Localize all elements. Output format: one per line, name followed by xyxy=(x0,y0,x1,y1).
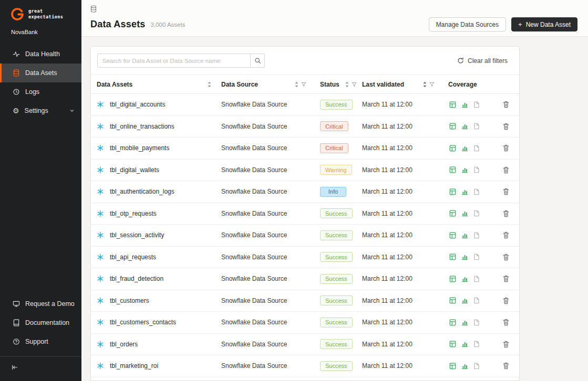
database-breadcrumb-icon[interactable] xyxy=(90,5,97,13)
chart-coverage-icon[interactable] xyxy=(461,188,468,195)
asset-name-link[interactable]: tbl_marketing_roi xyxy=(110,362,158,369)
asset-name-link[interactable]: tbl_digital_wallets xyxy=(110,166,159,174)
table-coverage-icon[interactable] xyxy=(449,297,456,304)
asset-name-link[interactable]: tbl_otp_requests xyxy=(110,210,157,217)
doc-coverage-icon[interactable] xyxy=(473,232,480,239)
chart-coverage-icon[interactable] xyxy=(461,166,468,173)
table-row[interactable]: tbl_digital_accounts Snowflake Data Sour… xyxy=(91,94,519,116)
trash-icon[interactable] xyxy=(503,253,509,261)
filter-icon[interactable] xyxy=(429,82,435,87)
chart-coverage-icon[interactable] xyxy=(461,297,468,304)
asset-name-link[interactable]: tbl_mobile_payments xyxy=(110,144,169,152)
asset-name-link[interactable]: tbl_customers xyxy=(110,297,149,304)
doc-coverage-icon[interactable] xyxy=(473,363,480,369)
chart-coverage-icon[interactable] xyxy=(461,276,468,282)
table-row[interactable]: tbl_marketing_roi Snowflake Data Source … xyxy=(91,355,519,377)
doc-coverage-icon[interactable] xyxy=(473,276,480,282)
chart-coverage-icon[interactable] xyxy=(461,101,468,108)
doc-coverage-icon[interactable] xyxy=(473,297,480,304)
trash-icon[interactable] xyxy=(503,341,509,348)
sidebar-item-documentation[interactable]: Documentation xyxy=(0,313,81,332)
manage-data-sources-button[interactable]: Manage Data Sources xyxy=(429,17,506,31)
sidebar-item-data-assets[interactable]: Data Asets xyxy=(0,64,81,82)
sidebar-item-logs[interactable]: Logs xyxy=(0,82,81,101)
table-row[interactable]: tbl_digital_wallets Snowflake Data Sourc… xyxy=(91,160,519,182)
table-coverage-icon[interactable] xyxy=(449,319,456,326)
search-button[interactable] xyxy=(251,54,265,68)
trash-icon[interactable] xyxy=(503,166,509,174)
doc-coverage-icon[interactable] xyxy=(473,166,480,173)
chart-coverage-icon[interactable] xyxy=(461,210,468,217)
doc-coverage-icon[interactable] xyxy=(473,341,480,347)
table-coverage-icon[interactable] xyxy=(449,101,456,108)
trash-icon[interactable] xyxy=(503,231,509,239)
column-header-data-source[interactable]: Data Source xyxy=(221,81,316,88)
table-coverage-icon[interactable] xyxy=(449,188,456,195)
table-row[interactable]: tbl_api_requests Snowflake Data Source S… xyxy=(91,247,519,269)
chart-coverage-icon[interactable] xyxy=(461,253,468,260)
sort-icon[interactable] xyxy=(207,81,212,88)
chart-coverage-icon[interactable] xyxy=(461,319,468,326)
sort-icon[interactable] xyxy=(294,81,299,88)
doc-coverage-icon[interactable] xyxy=(473,123,480,130)
clear-all-filters-button[interactable]: Clear all filters xyxy=(457,57,508,65)
table-coverage-icon[interactable] xyxy=(449,276,456,282)
table-coverage-icon[interactable] xyxy=(449,145,456,152)
table-row[interactable]: tbl_orders Snowflake Data Source Success… xyxy=(91,334,519,356)
trash-icon[interactable] xyxy=(503,362,509,369)
table-coverage-icon[interactable] xyxy=(449,166,456,173)
asset-name-link[interactable]: tbl_online_transactions xyxy=(110,123,174,130)
asset-name-link[interactable]: tbl_fraud_detection xyxy=(110,275,163,282)
doc-coverage-icon[interactable] xyxy=(473,145,480,152)
trash-icon[interactable] xyxy=(503,210,509,217)
trash-icon[interactable] xyxy=(503,123,509,130)
table-row[interactable]: tbl_session_activity Snowflake Data Sour… xyxy=(91,225,519,247)
trash-icon[interactable] xyxy=(503,275,509,282)
table-coverage-icon[interactable] xyxy=(449,210,456,217)
sidebar-item-settings[interactable]: ⚙ Settings xyxy=(0,101,81,120)
table-row[interactable]: tbl_mobile_payments Snowflake Data Sourc… xyxy=(91,137,519,160)
trash-icon[interactable] xyxy=(503,319,509,326)
doc-coverage-icon[interactable] xyxy=(473,210,480,217)
table-row[interactable]: tbl_customers_contacts Snowflake Data So… xyxy=(91,312,519,334)
chart-coverage-icon[interactable] xyxy=(461,123,468,130)
asset-name-link[interactable]: tbl_authentication_logs xyxy=(110,188,174,195)
table-row[interactable]: tbl_online_transactions Snowflake Data S… xyxy=(91,116,519,138)
search-input[interactable] xyxy=(97,54,251,68)
table-coverage-icon[interactable] xyxy=(449,341,456,347)
sort-icon[interactable] xyxy=(345,81,349,88)
asset-name-link[interactable]: tbl_digital_accounts xyxy=(110,101,165,108)
trash-icon[interactable] xyxy=(503,144,509,152)
sidebar-item-request-demo[interactable]: Request a Demo xyxy=(0,294,81,313)
table-coverage-icon[interactable] xyxy=(449,363,456,369)
asset-name-link[interactable]: tbl_session_activity xyxy=(110,231,164,239)
column-header-data-assets[interactable]: Data Assets xyxy=(91,81,221,88)
chart-coverage-icon[interactable] xyxy=(461,363,468,369)
sort-icon[interactable] xyxy=(422,81,427,88)
trash-icon[interactable] xyxy=(503,188,509,195)
table-coverage-icon[interactable] xyxy=(449,232,456,239)
table-coverage-icon[interactable] xyxy=(449,123,456,130)
new-data-asset-button[interactable]: + New Data Asset xyxy=(511,17,577,31)
table-row[interactable]: tbl_authentication_logs Snowflake Data S… xyxy=(91,181,519,203)
doc-coverage-icon[interactable] xyxy=(473,188,480,195)
asset-name-link[interactable]: tbl_orders xyxy=(110,341,138,348)
chart-coverage-icon[interactable] xyxy=(461,341,468,347)
chart-coverage-icon[interactable] xyxy=(461,145,468,152)
table-row[interactable]: tbl_fraud_detection Snowflake Data Sourc… xyxy=(91,268,519,290)
doc-coverage-icon[interactable] xyxy=(473,253,480,260)
chart-coverage-icon[interactable] xyxy=(461,232,468,239)
column-header-last-validated[interactable]: Last validated xyxy=(362,81,444,88)
doc-coverage-icon[interactable] xyxy=(473,101,480,108)
doc-coverage-icon[interactable] xyxy=(473,319,480,326)
table-row[interactable]: tbl_otp_requests Snowflake Data Source S… xyxy=(91,203,519,225)
filter-icon[interactable] xyxy=(301,82,306,87)
trash-icon[interactable] xyxy=(503,101,509,108)
table-coverage-icon[interactable] xyxy=(449,253,456,260)
sidebar-item-support[interactable]: Support xyxy=(0,332,81,351)
filter-icon[interactable] xyxy=(352,82,357,87)
table-row[interactable]: tbl_customers Snowflake Data Source Succ… xyxy=(91,290,519,312)
sidebar-item-data-health[interactable]: Data Health xyxy=(0,45,81,64)
asset-name-link[interactable]: tbl_api_requests xyxy=(110,253,156,261)
trash-icon[interactable] xyxy=(503,297,509,304)
